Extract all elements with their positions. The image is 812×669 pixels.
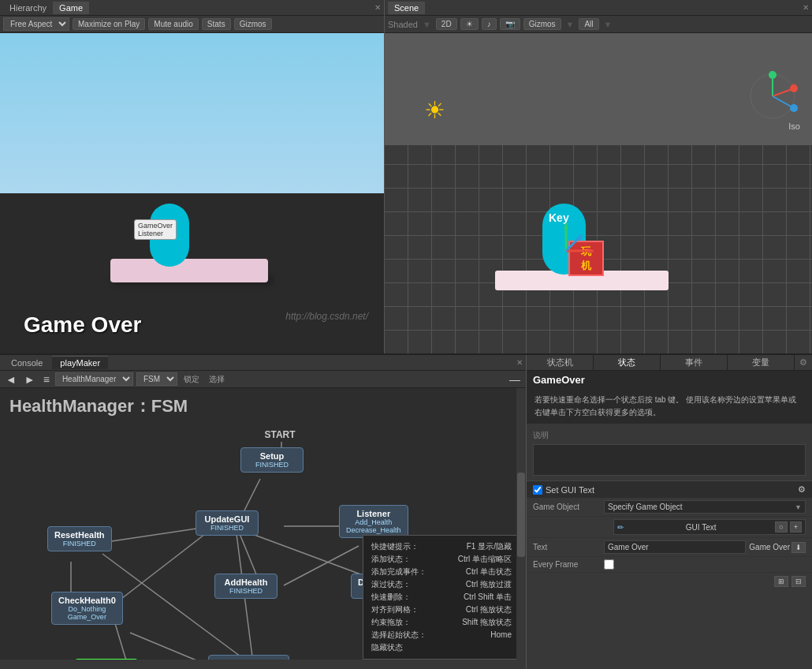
fsm-nav-menu[interactable]: ≡: [41, 373, 52, 386]
action-gear[interactable]: ⚙: [798, 484, 806, 495]
inspector-action-section: Set GUI Text ⚙ Game Object Specify Game …: [527, 480, 812, 573]
node-update-gui[interactable]: UpdateGUI FINISHED: [196, 510, 259, 536]
node-check-health0[interactable]: CheckHealth0 Do_Nothing Game_Over: [51, 592, 123, 625]
tooltip-row-2: 添加完成事件：Ctrl 单击状态: [371, 566, 512, 578]
text-input[interactable]: [604, 540, 746, 554]
all-separator: ▼: [604, 20, 613, 29]
tab-hierarchy[interactable]: Hierarchy: [3, 2, 53, 14]
scene-audio-btn[interactable]: ♪: [482, 18, 497, 30]
sun-icon: ☀: [424, 96, 445, 124]
inspector-remove-btn[interactable]: ⊟: [792, 576, 806, 587]
tooltip-row-0: 快捷键提示：F1 显示/隐藏: [371, 540, 512, 553]
scene-2d-btn[interactable]: 2D: [436, 18, 457, 30]
text-expand-btn[interactable]: ⬇: [792, 542, 806, 553]
inspector-state-name: GameOver: [527, 371, 812, 389]
aspect-select[interactable]: Free Aspect: [3, 17, 69, 31]
inspector-add-btn[interactable]: ⊞: [774, 576, 788, 587]
fsm-minimize-btn[interactable]: —: [507, 373, 523, 386]
scene-toolbar: Shaded ▼ 2D ☀ ♪ 📷 Gizmos ▼ All ▼: [385, 16, 812, 33]
scene-all-btn[interactable]: All: [579, 18, 598, 30]
field-every-frame: Every Frame: [527, 557, 812, 573]
scene-viewport: ☀ Key 玩机: [385, 33, 812, 353]
stats-btn[interactable]: Stats: [202, 18, 231, 30]
top-row: Hierarchy Game ✕ Free Aspect Maximize on…: [0, 0, 812, 353]
gizmos-separator: ▼: [566, 20, 575, 29]
tab-variables[interactable]: 变量: [728, 355, 795, 370]
gui-text-icon: ✏: [617, 523, 624, 532]
bottom-row: Console playMaker ✕ ◄ ► ≡ HealthManager …: [0, 353, 812, 669]
tooltip-row-8: 隐藏状态: [371, 641, 512, 654]
tab-state[interactable]: 状态: [594, 355, 661, 370]
fsm-scrollbar-bottom[interactable]: [0, 660, 516, 669]
tooltip-row-6: 约束拖放：Shift 拖放状态: [371, 616, 512, 629]
node-add-health[interactable]: AddHealth FINISHED: [214, 574, 277, 599]
gui-text-add-btn[interactable]: +: [790, 521, 802, 533]
dropdown-arrow: ▼: [795, 503, 802, 511]
field-game-object: Game Object Specify Game Object ▼: [527, 498, 812, 517]
game-platform: [110, 259, 268, 282]
inspector-bottom-icons: ⊞ ⊟: [527, 573, 812, 590]
fsm-content: HealthManager：FSM: [0, 388, 526, 669]
action-checkbox[interactable]: [533, 485, 542, 495]
tab-console[interactable]: Console: [3, 357, 50, 369]
svg-marker-1: [588, 249, 594, 253]
game-object-dropdown[interactable]: Specify Game Object ▼: [604, 500, 806, 514]
every-frame-checkbox[interactable]: [604, 559, 614, 570]
mute-audio-btn[interactable]: Mute audio: [148, 18, 198, 30]
game-capsule: GameOverListener: [150, 204, 189, 267]
gizmos-btn[interactable]: Gizmos: [234, 18, 272, 30]
scene-gizmo: [535, 219, 598, 284]
game-tab-bar: Hierarchy Game ✕: [0, 0, 384, 16]
watermark: http://blog.csdn.net/: [285, 311, 368, 322]
node-start[interactable]: START: [248, 426, 311, 443]
shaded-separator: ▼: [423, 20, 431, 29]
game-panel: Hierarchy Game ✕ Free Aspect Maximize on…: [0, 0, 385, 353]
gear-icon[interactable]: ⚙: [795, 356, 812, 369]
gui-text-edit-btn[interactable]: ○: [775, 521, 787, 533]
fsm-nav-back[interactable]: ◄: [3, 373, 19, 386]
select-label: 选择: [206, 374, 228, 385]
gui-text-icons: ○ +: [775, 521, 802, 533]
node-reset-health[interactable]: ResetHealth FINISHED: [47, 526, 112, 551]
action-header: Set GUI Text ⚙: [527, 480, 812, 498]
scene-panel: Scene ✕ Shaded ▼ 2D ☀ ♪ 📷 Gizmos ▼ All ▼…: [385, 0, 812, 353]
game-panel-close[interactable]: ✕: [374, 3, 381, 12]
fsm-toolbar: ◄ ► ≡ HealthManager FSM 锁定 选择 —: [0, 371, 526, 388]
tooltip-row-3: 滚过状态：Ctrl 拖放过渡: [371, 578, 512, 591]
scene-light-btn[interactable]: ☀: [460, 18, 479, 30]
fsm-select[interactable]: FSM: [136, 372, 177, 386]
scene-panel-close[interactable]: ✕: [803, 3, 809, 12]
tab-playmaker[interactable]: playMaker: [52, 356, 108, 369]
node-setup[interactable]: Setup FINISHED: [240, 447, 304, 473]
svg-text:x: x: [792, 81, 795, 88]
field-gui-text: ✏ GUI Text ○ +: [527, 517, 812, 538]
inspector-tab-bar: 状态机 状态 事件 变量 ⚙: [527, 355, 812, 371]
fsm-scroll-thumb[interactable]: [517, 473, 525, 557]
tab-events[interactable]: 事件: [661, 355, 728, 370]
tooltip-row-5: 对齐到网格：Ctrl 拖放状态: [371, 604, 512, 616]
capsule-body: GameOverListener: [150, 204, 189, 267]
desc-box[interactable]: [533, 444, 806, 476]
fsm-title: HealthManager：FSM: [0, 388, 526, 424]
scene-gizmos-btn[interactable]: Gizmos: [523, 18, 561, 30]
fsm-tooltip: 快捷键提示：F1 显示/隐藏 添加状态：Ctrl 单击缩略区 添加完成事件：Ct…: [363, 535, 520, 660]
fsm-nav-play[interactable]: ►: [22, 373, 38, 386]
tooltip-row-4: 快速删除：Ctrl Shift 单击: [371, 591, 512, 604]
lock-label: 锁定: [181, 374, 203, 385]
capsule-label: GameOverListener: [134, 219, 177, 240]
tab-scene[interactable]: Scene: [388, 2, 425, 14]
scene-tab-bar: Scene ✕: [385, 0, 812, 16]
fsm-panel: Console playMaker ✕ ◄ ► ≡ HealthManager …: [0, 355, 527, 669]
tab-game[interactable]: Game: [53, 2, 89, 14]
scene-camera-btn[interactable]: 📷: [500, 18, 520, 30]
maximize-on-play-btn[interactable]: Maximize on Play: [73, 18, 145, 30]
node-listener[interactable]: Listener Add_Health Decrease_Health: [339, 505, 408, 538]
health-manager-select[interactable]: HealthManager: [55, 372, 133, 386]
fsm-scrollbar-right[interactable]: [516, 388, 526, 669]
text-value-display: Game Over: [749, 543, 790, 551]
field-text: Text Game Over ⬇: [527, 538, 812, 557]
fsm-panel-close[interactable]: ✕: [516, 358, 523, 367]
game-toolbar: Free Aspect Maximize on Play Mute audio …: [0, 16, 384, 33]
gui-text-value[interactable]: ✏ GUI Text ○ +: [613, 519, 806, 535]
tab-state-machine[interactable]: 状态机: [527, 355, 594, 370]
